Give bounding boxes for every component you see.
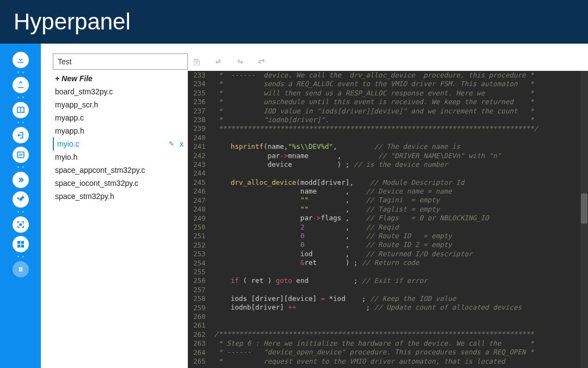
tools-icon[interactable]	[13, 191, 29, 208]
edit-icon[interactable]: ✎	[169, 140, 174, 148]
expand-icon[interactable]	[13, 172, 29, 188]
svg-rect-5	[17, 245, 20, 248]
file-item[interactable]: myio.h	[53, 150, 188, 164]
file-name: myio.c	[57, 140, 79, 148]
dots-icon	[17, 256, 24, 258]
download-icon[interactable]	[13, 52, 29, 68]
file-name: space_stm32py.h	[55, 192, 114, 201]
gutter: 2332342352362372382392402412422432442452…	[188, 71, 215, 368]
editor-wrap: 2332342352362372382392402412422432442452…	[188, 53, 588, 368]
svg-rect-4	[21, 241, 23, 244]
svg-rect-7	[19, 267, 20, 272]
file-item[interactable]: myapp_scr.h	[53, 98, 188, 111]
file-search-input[interactable]	[53, 53, 188, 70]
file-item[interactable]: space_appcont_stm32py.c	[53, 164, 188, 177]
zip-icon[interactable]: ZIP	[13, 147, 29, 163]
repeat-icon[interactable]	[256, 57, 267, 68]
file-name: myapp.h	[55, 126, 84, 135]
dots-icon	[17, 166, 24, 168]
file-name: myapp.c	[55, 113, 84, 122]
logout-icon[interactable]	[13, 127, 29, 143]
code-editor[interactable]: 2332342352362372382392402412422432442452…	[188, 71, 588, 368]
file-name: myapp_scr.h	[55, 100, 98, 109]
file-name: board_stm32py.c	[55, 87, 113, 96]
scan-icon[interactable]	[13, 216, 29, 233]
file-name: space_appcont_stm32py.c	[55, 166, 145, 174]
file-list: + New Fileboard_stm32py.cmyapp_scr.hmyap…	[53, 72, 188, 203]
file-item[interactable]: myapp.c	[53, 111, 188, 124]
workspace: ZIP + New Fileboard_stm32py.cmyapp_scr.h…	[0, 44, 588, 368]
file-panel: + New Fileboard_stm32py.cmyapp_scr.hmyap…	[41, 53, 188, 368]
undo-icon[interactable]	[213, 57, 224, 68]
dots-icon	[17, 71, 24, 74]
brand-title: Hyperpanel	[14, 9, 131, 35]
file-item[interactable]: myio.c✎x	[53, 137, 188, 150]
file-item[interactable]: board_stm32py.c	[53, 85, 188, 98]
upload-icon[interactable]	[13, 77, 29, 93]
dots-icon	[17, 211, 24, 213]
file-item[interactable]: space_iocont_stm32py.c	[53, 177, 188, 190]
file-name: myio.h	[55, 153, 77, 161]
file-item[interactable]: space_stm32py.h	[53, 190, 188, 203]
file-name: space_iocont_stm32py.c	[55, 179, 138, 188]
editor-toolbar	[188, 53, 588, 71]
code-area[interactable]: * ------ device. We call the drv_alloc_d…	[215, 71, 580, 368]
content-area: + New Fileboard_stm32py.cmyapp_scr.hmyap…	[41, 44, 588, 368]
dots-icon	[17, 96, 24, 99]
svg-text:ZIP: ZIP	[18, 153, 23, 156]
svg-rect-2	[19, 224, 22, 226]
app-header: Hyperpanel	[0, 0, 588, 44]
sidebar: ZIP	[0, 44, 41, 368]
svg-rect-3	[17, 241, 20, 244]
grid-icon[interactable]	[13, 236, 29, 252]
vertical-scrollbar[interactable]	[580, 71, 588, 368]
scrollbar-thumb[interactable]	[581, 194, 587, 224]
svg-rect-6	[21, 245, 23, 248]
dots-icon	[17, 122, 24, 124]
pause-icon[interactable]	[13, 261, 29, 277]
close-icon[interactable]: x	[180, 140, 183, 148]
book-icon[interactable]	[13, 102, 29, 118]
save-icon[interactable]	[191, 57, 202, 68]
new-file-button[interactable]: + New File	[53, 72, 188, 85]
svg-rect-8	[21, 267, 22, 272]
file-item[interactable]: myapp.h	[53, 124, 188, 137]
redo-icon[interactable]	[235, 57, 246, 68]
